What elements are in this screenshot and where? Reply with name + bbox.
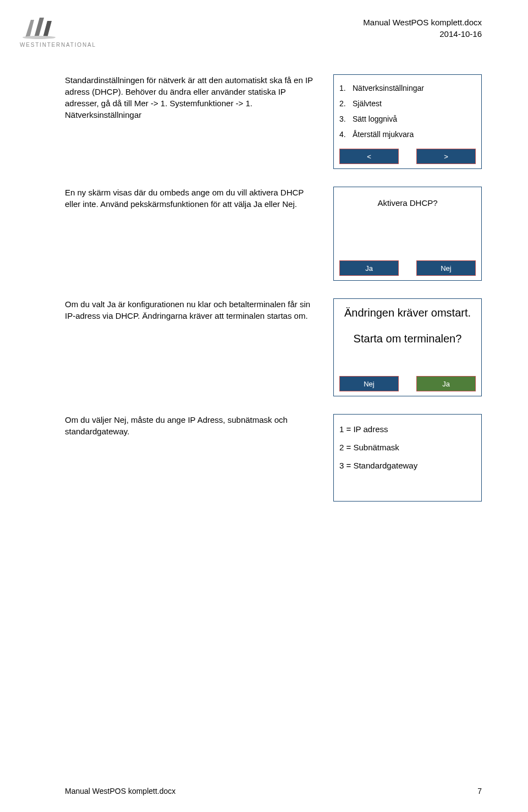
screen-restart: Ändringen kräver omstart. Starta om term… [333,298,482,396]
menu-item-2[interactable]: 2.Självtest [339,96,476,111]
section-1-text: Standardinställningen för nätverk är att… [65,74,320,121]
footer-left: Manual WestPOS komplett.docx [65,787,175,795]
restart-line2: Starta om terminalen? [339,330,476,347]
screen-ip-options: 1 = IP adress 2 = Subnätmask 3 = Standar… [333,414,482,502]
page-header: WESTINTERNATIONAL Manual WestPOS komplet… [0,0,528,52]
doc-title: Manual WestPOS komplett.docx [363,17,482,28]
screen-menu: 1.Nätverksinställningar 2.Självtest 3.Sä… [333,74,482,169]
logo-icon [20,15,58,41]
header-right: Manual WestPOS komplett.docx 2014-10-16 [363,17,482,40]
ip-option-1[interactable]: 1 = IP adress [339,420,476,438]
svg-point-0 [23,36,56,39]
doc-date: 2014-10-16 [363,28,482,40]
ip-option-3[interactable]: 3 = Standardgateway [339,456,476,475]
ip-options-list: 1 = IP adress 2 = Subnätmask 3 = Standar… [339,420,476,475]
yes-button[interactable]: Ja [339,260,399,276]
next-button[interactable]: > [416,149,476,164]
page-footer: Manual WestPOS komplett.docx 7 [65,787,482,795]
menu-item-1[interactable]: 1.Nätverksinställningar [339,80,476,96]
section-4: Om du väljer Nej, måste du ange IP Adres… [65,414,482,502]
menu-item-3[interactable]: 3.Sätt loggnivå [339,111,476,127]
dhcp-prompt: Aktivera DHCP? [339,193,476,210]
section-3: Om du valt Ja är konfigurationen nu klar… [65,298,482,396]
prev-button[interactable]: < [339,149,399,164]
section-4-text: Om du väljer Nej, måste du ange IP Adres… [65,414,320,437]
menu-list: 1.Nätverksinställningar 2.Självtest 3.Sä… [339,80,476,142]
logo: WESTINTERNATIONAL [20,15,96,48]
menu-item-4[interactable]: 4.Återställ mjukvara [339,127,476,142]
section-1: Standardinställningen för nätverk är att… [65,74,482,169]
logo-text: WESTINTERNATIONAL [20,42,96,48]
ip-option-2[interactable]: 2 = Subnätmask [339,438,476,456]
restart-line1: Ändringen kräver omstart. [339,304,476,321]
section-3-text: Om du valt Ja är konfigurationen nu klar… [65,298,320,321]
footer-page-number: 7 [477,787,482,795]
section-2: En ny skärm visas där du ombeds ange om … [65,187,482,281]
screen-dhcp: Aktivera DHCP? Ja Nej [333,187,482,281]
restart-no-button[interactable]: Nej [339,376,399,391]
no-button[interactable]: Nej [416,260,476,276]
section-2-text: En ny skärm visas där du ombeds ange om … [65,187,320,210]
restart-yes-button[interactable]: Ja [416,376,476,391]
